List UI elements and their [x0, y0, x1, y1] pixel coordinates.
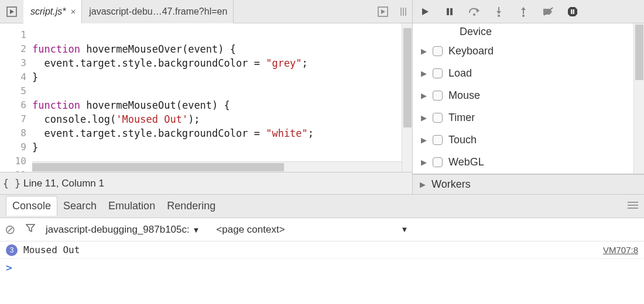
show-navigator-button[interactable]: [0, 0, 23, 23]
step-into-button[interactable]: [492, 5, 505, 18]
step-out-button[interactable]: [517, 5, 530, 18]
play-in-box-icon: [6, 6, 17, 17]
editor-vertical-scrollbar[interactable]: [402, 23, 412, 172]
scrollbar-thumb[interactable]: [635, 25, 643, 80]
filter-button[interactable]: [26, 223, 35, 236]
cursor-location: Line 11, Column 1: [23, 178, 104, 189]
play-in-box-icon: [378, 6, 388, 17]
pause-button[interactable]: [443, 5, 456, 18]
svg-rect-22: [571, 9, 573, 14]
breakpoint-category[interactable]: ▶Touch: [413, 129, 644, 151]
tab-label: script.js*: [30, 6, 66, 17]
svg-marker-3: [381, 9, 385, 14]
toggle-debugger-button[interactable]: [371, 0, 395, 23]
console-prompt[interactable]: >: [0, 259, 644, 276]
debugger-toolbar: [413, 0, 644, 23]
filter-icon: [26, 223, 35, 233]
close-icon[interactable]: ×: [70, 6, 76, 16]
svg-marker-21: [568, 7, 577, 16]
breakpoint-category[interactable]: ▶Mouse: [413, 84, 644, 106]
scrollbar-thumb[interactable]: [32, 163, 284, 171]
breakpoint-label: WebGL: [448, 156, 484, 168]
expand-triangle-icon: ▶: [420, 180, 426, 189]
breakpoint-checkbox[interactable]: [433, 68, 443, 78]
svg-marker-13: [496, 11, 501, 14]
workers-section[interactable]: ▶ Workers: [413, 174, 644, 194]
svg-point-17: [522, 15, 525, 17]
pause-lines-icon[interactable]: [395, 0, 412, 23]
chevron-down-icon: ▼: [192, 226, 200, 234]
expand-triangle-icon: ▶: [421, 91, 427, 100]
tab-label: javascript-debu…47.frame?hl=en: [89, 6, 227, 17]
svg-marker-1: [10, 9, 14, 14]
breakpoint-checkbox[interactable]: [433, 135, 443, 145]
context-label: <page context>: [216, 224, 285, 235]
sources-tabbar: script.js* × javascript-debu…47.frame?hl…: [0, 0, 412, 23]
breakpoint-checkbox[interactable]: [433, 157, 443, 167]
expand-triangle-icon: ▶: [421, 136, 427, 144]
drawer-tabs: ConsoleSearchEmulationRendering: [0, 195, 644, 218]
frame-label: javascript-debugging_987b105c:: [46, 224, 190, 235]
tab-frame[interactable]: javascript-debu…47.frame?hl=en: [82, 0, 234, 23]
console-output[interactable]: 3 Moused Out VM707:8 >: [0, 241, 644, 304]
breakpoint-checkbox[interactable]: [433, 91, 443, 101]
breakpoint-label: Load: [448, 67, 472, 80]
breakpoint-label: Mouse: [448, 89, 480, 102]
breakpoint-checkbox[interactable]: [433, 46, 443, 56]
svg-marker-10: [477, 8, 479, 13]
svg-rect-23: [573, 9, 575, 14]
log-source-link[interactable]: VM707:8: [603, 245, 638, 255]
expand-triangle-icon: ▶: [421, 113, 427, 122]
breakpoint-category[interactable]: ▶Timer: [413, 106, 644, 129]
svg-marker-27: [26, 224, 35, 232]
repeat-count-badge: 3: [6, 244, 18, 256]
svg-marker-7: [422, 8, 429, 15]
breakpoint-label: Keyboard: [448, 45, 494, 57]
breakpoint-label: Touch: [448, 134, 477, 146]
log-message: Moused Out: [23, 244, 80, 255]
breakpoint-label: Timer: [448, 112, 475, 124]
expand-triangle-icon: ▶: [421, 158, 427, 167]
expand-triangle-icon: ▶: [421, 69, 427, 78]
svg-rect-9: [450, 8, 453, 15]
drawer-tab-emulation[interactable]: Emulation: [102, 196, 161, 215]
resume-button[interactable]: [419, 5, 431, 18]
pretty-print-button[interactable]: { }: [0, 178, 23, 189]
expand-triangle-icon: ▶: [421, 47, 427, 56]
prompt-symbol: >: [6, 261, 12, 274]
breakpoints-scrollbar[interactable]: [633, 23, 644, 174]
drawer-tab-console[interactable]: Console: [6, 196, 57, 216]
breakpoint-category[interactable]: ▶WebGL: [413, 151, 644, 173]
drawer-tab-rendering[interactable]: Rendering: [161, 196, 221, 215]
event-listener-breakpoints[interactable]: Device ▶Keyboard▶Load▶Mouse▶Timer▶Touch▶…: [413, 23, 644, 174]
menu-icon: [628, 201, 638, 209]
tab-script-js[interactable]: script.js* ×: [23, 0, 82, 23]
breakpoint-category[interactable]: ▶Load: [413, 62, 644, 84]
drawer-menu-button[interactable]: [628, 200, 638, 212]
editor-statusbar: { } Line 11, Column 1: [0, 172, 412, 194]
breakpoint-category-partial[interactable]: Device: [413, 23, 644, 40]
drawer-tab-search[interactable]: Search: [57, 196, 102, 215]
step-over-button[interactable]: [468, 5, 481, 18]
scrollbar-thumb[interactable]: [403, 28, 412, 127]
chevron-down-icon[interactable]: ▼: [401, 225, 409, 234]
svg-point-14: [498, 15, 500, 17]
breakpoint-category[interactable]: ▶Keyboard: [413, 40, 644, 62]
frame-selector[interactable]: javascript-debugging_987b105c: ▼: [46, 224, 200, 236]
code-editor[interactable]: 1234567891011 function hovermeMouseOver(…: [0, 23, 412, 172]
line-gutter: 1234567891011: [0, 23, 32, 172]
deactivate-breakpoints-button[interactable]: [542, 5, 554, 18]
console-log-line[interactable]: 3 Moused Out VM707:8: [0, 241, 644, 259]
drawer: ConsoleSearchEmulationRendering ⊘ javasc…: [0, 195, 644, 304]
context-selector[interactable]: <page context>: [216, 224, 285, 236]
editor-horizontal-scrollbar[interactable]: [32, 161, 402, 172]
pause-on-exceptions-button[interactable]: [566, 5, 579, 18]
console-toolbar: ⊘ javascript-debugging_987b105c: ▼ <page…: [0, 218, 644, 241]
svg-point-11: [473, 13, 475, 16]
breakpoint-label: Device: [460, 26, 492, 38]
breakpoint-checkbox[interactable]: [433, 113, 443, 123]
code-area[interactable]: function hovermeMouseOver(event) { event…: [32, 23, 412, 172]
workers-label: Workers: [431, 178, 471, 191]
svg-rect-8: [447, 8, 449, 15]
clear-console-button[interactable]: ⊘: [5, 222, 15, 237]
